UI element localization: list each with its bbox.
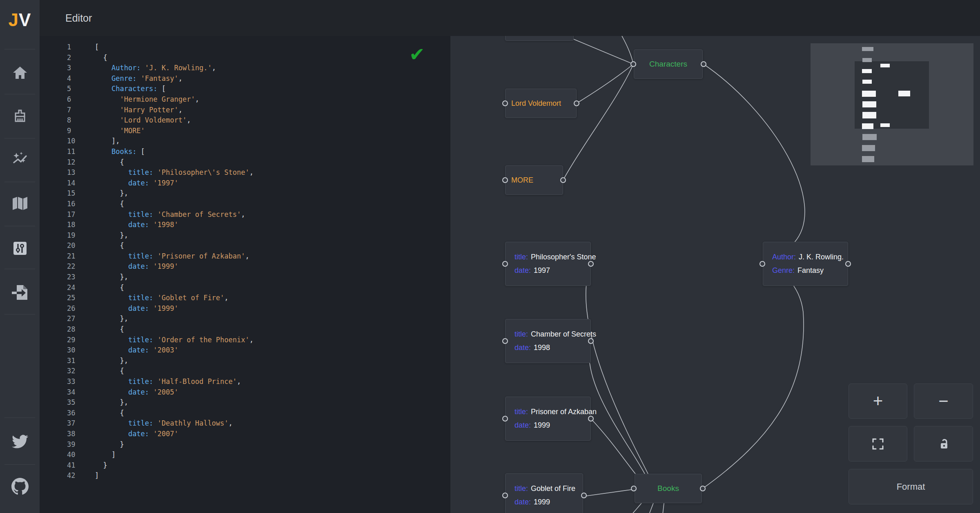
code-line: 31 }, [40, 356, 450, 366]
map-icon [12, 196, 28, 211]
code-line: 19 }, [40, 230, 450, 241]
node-row: title:Prisoner of Azkaban [514, 408, 590, 416]
lock-button[interactable] [914, 426, 973, 462]
node-row: title:Goblet of Fire [514, 484, 583, 493]
node-row: date:1998 [514, 343, 590, 352]
node-goblet-of-fire[interactable]: title:Goblet of Firedate:1999 [505, 473, 583, 513]
divider [4, 417, 35, 418]
plus-icon: + [873, 393, 883, 410]
sliders-icon [12, 241, 28, 256]
code-line: 14 date: '1997' [40, 178, 450, 189]
graph-edge [591, 419, 635, 474]
sparkles-icon [12, 151, 28, 166]
node-author-genre[interactable]: Author:J. K. Rowling.Genre:Fantasy [763, 242, 848, 286]
graph-edge [584, 489, 634, 496]
divider [4, 464, 35, 465]
sidebar-item-settings[interactable] [0, 235, 40, 261]
github-icon [11, 478, 29, 495]
code-line: 6 'Hermione Granger', [40, 94, 450, 105]
node-label: Books [657, 484, 679, 493]
code-line: 39 } [40, 439, 450, 450]
node-row: Genre:Fantasy [772, 266, 848, 275]
code-line: 30 date: '2003' [40, 345, 450, 356]
sidebar-item-clear[interactable] [0, 103, 40, 129]
minus-icon: − [938, 393, 949, 410]
code-line: 27 }, [40, 314, 450, 324]
node-philosophers-stone[interactable]: title:Philosopher's Stonedate:1997 [505, 242, 591, 286]
code-line: 4 Genre: 'Fantasy', [40, 74, 450, 84]
graph-edge [704, 64, 805, 264]
node-row: date:1997 [514, 266, 590, 275]
code-line: 18 date: '1998' [40, 220, 450, 230]
node-more[interactable]: MORE [505, 165, 563, 195]
code-lines: 1[2 {3 Author: 'J. K. Rowling.',4 Genre:… [40, 42, 450, 481]
code-line: 42] [40, 471, 450, 481]
minimap[interactable] [811, 43, 973, 165]
fit-view-button[interactable] [849, 426, 907, 462]
node-row: Author:J. K. Rowling. [772, 253, 848, 261]
code-line: 38 date: '2007' [40, 429, 450, 439]
format-label: Format [897, 482, 925, 492]
jsonvisio-app: Editor JV [0, 0, 980, 513]
sidebar-item-github[interactable] [0, 473, 40, 500]
node-row: date:1999 [514, 498, 583, 506]
node-clipped-top[interactable] [505, 36, 574, 41]
code-line: 3 Author: 'J. K. Rowling.', [40, 63, 450, 74]
zoom-in-button[interactable]: + [849, 384, 907, 419]
code-line: 26 date: '1999' [40, 303, 450, 314]
code-line: 22 date: '1999' [40, 261, 450, 272]
fullscreen-icon [872, 438, 884, 450]
divider [4, 314, 35, 314]
sidebar-item-twitter[interactable] [0, 428, 40, 455]
lock-icon [937, 437, 950, 451]
sidebar-item-map[interactable] [0, 190, 40, 216]
node-label: Lord Voldemort [511, 99, 561, 108]
code-line: 33 title: 'Half-Blood Prince', [40, 377, 450, 387]
code-line: 17 title: 'Chamber of Secrets', [40, 210, 450, 220]
sidebar-item-home[interactable] [0, 60, 40, 86]
divider [4, 94, 35, 94]
divider [4, 226, 35, 226]
import-file-icon [11, 284, 29, 301]
minimap-node-mark [898, 91, 910, 96]
code-line: 20 { [40, 241, 450, 251]
minimap-node-mark [862, 80, 872, 84]
minimap-node-mark [862, 101, 876, 107]
divider [4, 138, 35, 138]
format-button[interactable]: Format [849, 469, 973, 504]
graph-canvas[interactable]: CharactersLord VoldemortMOREtitle:Philos… [450, 36, 980, 513]
code-line: 32 { [40, 366, 450, 377]
code-line: 15 }, [40, 188, 450, 199]
divider [4, 182, 35, 182]
app-logo[interactable]: JV [0, 10, 40, 30]
graph-edge [574, 39, 633, 64]
node-lord-voldemort[interactable]: Lord Voldemort [505, 89, 577, 118]
sidebar-item-auto-format[interactable] [0, 145, 40, 172]
zoom-out-button[interactable]: − [914, 384, 973, 419]
sidebar-item-import[interactable] [0, 279, 40, 306]
node-characters[interactable]: Characters [634, 49, 703, 79]
divider [4, 49, 35, 49]
graph-edge [622, 36, 633, 64]
minimap-node-mark [862, 123, 873, 129]
graph-edge [589, 341, 645, 474]
node-books[interactable]: Books [635, 474, 702, 503]
brush-icon [13, 109, 27, 124]
node-row: date:1999 [514, 421, 590, 430]
code-line: 5 Characters: [ [40, 84, 450, 94]
code-line: 40 ] [40, 450, 450, 460]
code-line: 9 'MORE' [40, 126, 450, 136]
code-line: 34 date: '2005' [40, 387, 450, 398]
minimap-node-mark [880, 64, 890, 67]
code-line: 36 { [40, 408, 450, 419]
code-line: 23 }, [40, 272, 450, 283]
minimap-node-mark [862, 58, 872, 62]
node-prisoner-of-azkaban[interactable]: title:Prisoner of Azkabandate:1999 [505, 397, 591, 441]
minimap-node-mark [862, 145, 875, 151]
code-editor[interactable]: 1[2 {3 Author: 'J. K. Rowling.',4 Genre:… [40, 36, 450, 513]
divider [4, 269, 35, 269]
minimap-node-mark [862, 156, 874, 162]
minimap-node-mark [862, 91, 876, 97]
node-label: MORE [511, 176, 533, 185]
node-chamber-of-secrets[interactable]: title:Chamber of Secretsdate:1998 [505, 319, 591, 363]
